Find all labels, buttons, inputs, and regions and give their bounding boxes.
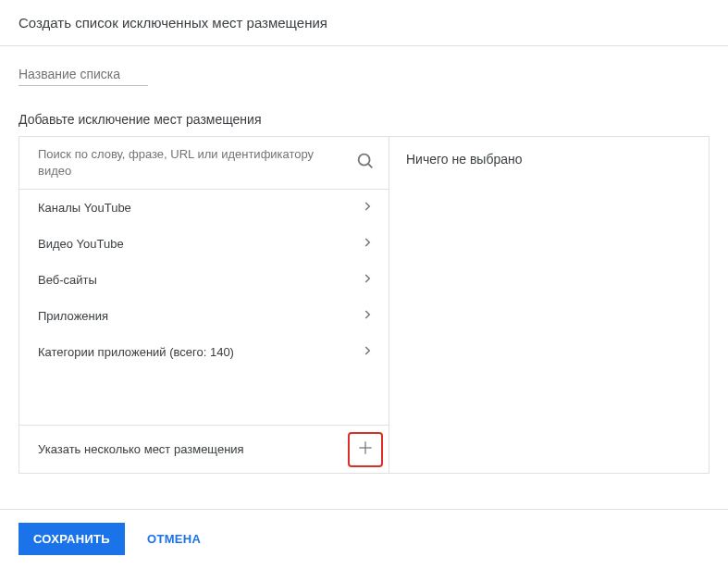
empty-selection-text: Ничего не выбрано — [406, 152, 523, 167]
chevron-right-icon — [361, 308, 374, 324]
category-list: Каналы YouTube Видео YouTube Веб-сайты — [19, 190, 389, 425]
category-item-app-categories[interactable]: Категории приложений (всего: 140) — [19, 334, 389, 370]
list-item-label: Веб-сайты — [38, 273, 97, 287]
save-button[interactable]: СОХРАНИТЬ — [19, 523, 125, 555]
search-row[interactable]: Поиск по слову, фразе, URL или идентифик… — [19, 137, 389, 190]
search-icon — [355, 151, 376, 175]
placement-panels: Поиск по слову, фразе, URL или идентифик… — [19, 136, 709, 474]
multi-add-button[interactable] — [348, 432, 383, 467]
list-name-input[interactable] — [19, 63, 148, 86]
plus-icon — [356, 439, 375, 460]
footer: СОХРАНИТЬ ОТМЕНА — [0, 509, 728, 568]
svg-line-1 — [368, 164, 372, 167]
category-item-websites[interactable]: Веб-сайты — [19, 262, 389, 298]
list-item-label: Категории приложений (всего: 140) — [38, 345, 234, 359]
page-title: Создать список исключенных мест размещен… — [19, 15, 327, 31]
category-item-youtube-channels[interactable]: Каналы YouTube — [19, 190, 389, 226]
multi-add-label: Указать несколько мест размещения — [38, 442, 244, 456]
chevron-right-icon — [361, 272, 374, 288]
list-item-label: Каналы YouTube — [38, 201, 131, 215]
category-item-apps[interactable]: Приложения — [19, 298, 389, 334]
right-panel: Ничего не выбрано — [389, 137, 709, 473]
section-label: Добавьте исключение мест размещения — [19, 112, 709, 127]
page-header: Создать список исключенных мест размещен… — [0, 0, 728, 46]
category-item-youtube-videos[interactable]: Видео YouTube — [19, 226, 389, 262]
chevron-right-icon — [361, 200, 374, 216]
cancel-button[interactable]: ОТМЕНА — [140, 523, 208, 555]
multi-add-row: Указать несколько мест размещения — [19, 425, 389, 473]
left-panel: Поиск по слову, фразе, URL или идентифик… — [19, 137, 389, 473]
svg-point-0 — [359, 155, 370, 166]
chevron-right-icon — [361, 344, 374, 360]
search-placeholder-text: Поиск по слову, фразе, URL или идентифик… — [38, 146, 355, 179]
list-item-label: Приложения — [38, 309, 108, 323]
content-area: Добавьте исключение мест размещения Поис… — [0, 46, 728, 474]
list-item-label: Видео YouTube — [38, 237, 124, 251]
chevron-right-icon — [361, 236, 374, 252]
list-name-field-wrap — [19, 63, 709, 86]
